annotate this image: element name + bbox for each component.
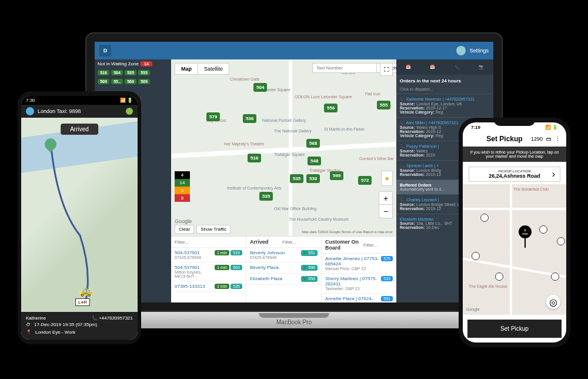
vehicle-marker[interactable]: 504: [253, 83, 267, 92]
taxi-pill[interactable]: 509: [98, 79, 109, 84]
show-traffic-button[interactable]: Show Traffic: [196, 225, 230, 234]
taxi-pill[interactable]: 516: [98, 70, 109, 75]
pickup-pin[interactable]: 1min: [519, 225, 532, 238]
list-item[interactable]: 504-537901Milton Keynes, MK19 6HT - 1 mi…: [171, 262, 246, 281]
laptop-base: MacBook Pro: [85, 312, 503, 328]
taxi-pill[interactable]: 55..: [111, 79, 123, 84]
avatar[interactable]: [456, 46, 466, 55]
calendar-icon[interactable]: 📅: [428, 62, 437, 72]
vehicle-marker[interactable]: 579: [206, 112, 220, 121]
notch: [494, 118, 535, 126]
filter-input[interactable]: [282, 240, 318, 245]
order-item[interactable]: 📞 Katherine Newman | +447820957321 Sourc…: [396, 94, 493, 117]
grid-column-onboard: Customer On Board Annette Jimenez | 0775…: [322, 237, 396, 302]
driver-map[interactable]: Arrived 🚕 L●R: [21, 118, 138, 312]
poi: Flat Iron: [365, 92, 380, 96]
driver-title: London Taxi: 9898: [38, 108, 81, 114]
poi: Her Majesty's Theatre: [224, 142, 264, 146]
list-item[interactable]: Annette Jimenez | 07753-685424Manual Pri…: [322, 254, 396, 274]
zoom-out-button[interactable]: −: [379, 205, 392, 218]
laptop-screen: D Settings Not in Waiting Zone 14 516 50…: [85, 32, 503, 312]
camera-icon[interactable]: 📷: [476, 62, 486, 72]
nearby-car: [472, 252, 480, 260]
list-item[interactable]: Annette Plaza | 07624-318137 591: [322, 294, 396, 302]
vehicle-marker[interactable]: 568: [306, 139, 320, 148]
right-panel-tabs: 📅 📅 📞 📷: [396, 59, 493, 75]
customer-phone[interactable]: 📞 +447820957321: [92, 315, 133, 321]
map-attribution: Map data ©2019 Google Terms of Use Repor…: [302, 230, 393, 234]
pickup-box[interactable]: PICKUP LOCATION 26,24,Ashness Road ›: [469, 167, 560, 182]
list-item[interactable]: Elizabeth Plaza ✔558: [246, 274, 321, 285]
taxi-pill[interactable]: 568: [125, 79, 136, 84]
list-item[interactable]: Beverly Johnson07425-678948 ✔551: [246, 248, 321, 262]
pickup-address: 26,24,Ashness Road: [472, 173, 557, 179]
more-icon[interactable]: ⋮: [555, 136, 560, 142]
taxi-pill[interactable]: 504: [111, 70, 123, 75]
poi: The Eagle Ale House: [469, 284, 507, 288]
settings-link[interactable]: Settings: [469, 48, 489, 54]
nearby-car: [480, 214, 489, 222]
center-panel: Map Satellite Search ⛶ Chinatown Gate: [171, 59, 396, 302]
nearby-car: [539, 225, 547, 234]
chevron-right-icon[interactable]: ›: [552, 169, 555, 179]
vehicle-marker[interactable]: 572: [358, 176, 372, 185]
orders-grid: 504-53790107425-678948 1 min 519 504-537…: [171, 236, 396, 302]
map-tab[interactable]: Map: [175, 63, 198, 75]
vehicle-marker[interactable]: 599: [330, 171, 343, 180]
rider-app: 7:19 📶 🔋 Set Pickup 1290 🗃 ⋮ If you wish…: [463, 122, 566, 343]
map-type-tabs: Map Satellite: [175, 63, 229, 75]
taxi-pill[interactable]: 509: [138, 79, 150, 84]
app-logo[interactable]: D: [99, 45, 111, 56]
pegman-icon[interactable]: [381, 171, 393, 186]
google-logo: Google: [466, 307, 480, 311]
filter-input[interactable]: [363, 242, 393, 248]
map-area[interactable]: Map Satellite Search ⛶ Chinatown Gate: [171, 59, 396, 236]
zoom-in-button[interactable]: +: [379, 192, 392, 205]
filter-input[interactable]: [175, 240, 242, 245]
vehicle-marker[interactable]: 535: [290, 174, 303, 183]
vehicle-marker[interactable]: 535: [259, 192, 273, 201]
vehicle-marker[interactable]: 516: [248, 154, 261, 162]
status-icons: 📶 🔋: [120, 98, 133, 103]
column-title: Arrived: [250, 239, 269, 245]
poi: Institute of Contemporary Arts: [227, 186, 282, 190]
arrived-banner: Arrived: [61, 124, 98, 135]
money-icon: 🗃: [546, 136, 552, 142]
rider-map[interactable]: The Breakfast Club The Eagle Ale House 1…: [463, 184, 566, 315]
taxi-search-input[interactable]: [312, 63, 377, 73]
vehicle-marker[interactable]: 530: [306, 174, 320, 183]
set-pickup-button[interactable]: Set Pickup: [467, 320, 562, 338]
vehicle-marker[interactable]: 536: [243, 114, 256, 123]
map-legend: 4 14 5 8: [175, 171, 190, 202]
poi: Chinatown Gate: [230, 77, 259, 81]
satellite-tab[interactable]: Satellite: [198, 63, 229, 75]
vehicle-marker[interactable]: 556: [324, 104, 338, 112]
phone-icon[interactable]: 📞: [452, 62, 462, 72]
list-item[interactable]: Sherry Martinez | 07575-282431Taximeter:…: [322, 274, 396, 294]
laptop-label: MacBook Pro: [276, 319, 312, 325]
clear-button[interactable]: Clear: [175, 225, 194, 234]
vehicle-marker[interactable]: 555: [377, 101, 390, 109]
not-in-zone-label: Not in Waiting Zone: [98, 61, 139, 67]
fullscreen-icon[interactable]: ⛶: [380, 63, 393, 76]
taxi-pill[interactable]: 535: [125, 70, 136, 75]
poi: The Household Cavalry Museum: [289, 217, 349, 221]
android-device: 7:30 📶 🔋 London Taxi: 9898 Arrived 🚕 L●R…: [18, 91, 141, 344]
trip-info: Katherine 📞 +447820957321 ⏱ 17-Dec-2019 …: [21, 312, 138, 340]
app-header: D Settings: [95, 42, 493, 59]
vehicle-marker[interactable]: 548: [308, 157, 321, 165]
orders-subhead: Click to dispatch...: [396, 87, 493, 94]
destination-label: L●R: [75, 298, 90, 306]
orders-head: Orders in the next 24 hours: [396, 75, 493, 87]
locate-me-button[interactable]: ◎: [546, 295, 560, 309]
calendar-icon[interactable]: 📅: [404, 62, 413, 72]
nearby-car: [551, 272, 559, 281]
list-item[interactable]: 07395-133313 1 min 525: [171, 281, 246, 292]
poi: St Martin-in-the-Fields: [324, 127, 365, 131]
driver-header: London Taxi: 9898: [21, 105, 138, 118]
status-dot: [126, 108, 133, 115]
taxi-pill[interactable]: 555: [138, 70, 150, 75]
poi: The National Gallery: [274, 129, 312, 133]
list-item[interactable]: Beverly Plaza ✔596: [246, 262, 321, 274]
list-item[interactable]: 504-53790107425-678948 1 min 519: [171, 248, 246, 262]
